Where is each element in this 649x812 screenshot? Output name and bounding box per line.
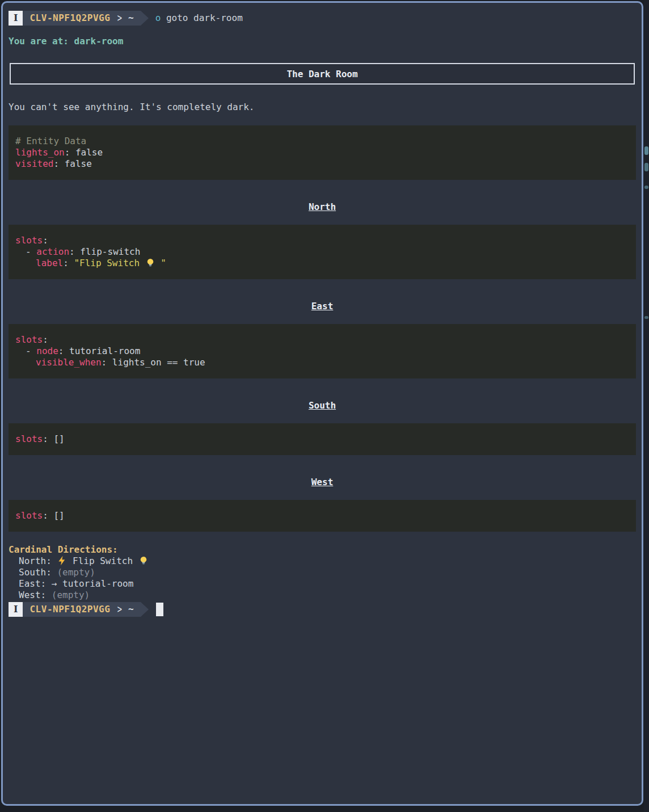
room-title-box: The Dark Room [10, 63, 635, 85]
yaml-sep: : [65, 147, 75, 158]
location-line: You are at: dark-room [9, 36, 636, 47]
direction-heading-east: East [9, 301, 636, 312]
yaml-value: [] [53, 510, 64, 521]
yaml-key: slots [15, 235, 43, 246]
direction-heading-south: South [9, 400, 636, 411]
yaml-key: slots [15, 510, 43, 521]
prompt-segment: CLV-NPF1Q2PVGG > ~ [23, 602, 140, 617]
yaml-dash: - [26, 346, 36, 356]
yaml-line: visible_when: lights_on == true [15, 357, 629, 368]
cardinal-heading: Cardinal Directions: [9, 544, 636, 556]
yaml-value: flip-switch [80, 246, 140, 257]
prompt-arrow-icon [141, 11, 149, 26]
yaml-string: "Flip Switch [74, 258, 145, 268]
cardinal-entry-north: North: Flip Switch [9, 556, 636, 567]
yaml-line: slots: [15, 235, 629, 246]
room-title: The Dark Room [286, 69, 357, 79]
yaml-sep: : [43, 434, 53, 444]
room-description: You can't see anything. It's completely … [9, 102, 636, 113]
yaml-key: slots [15, 334, 43, 345]
yaml-sep: : [43, 235, 48, 246]
yaml-sep: : [102, 357, 112, 368]
prompt-arrow-icon [141, 602, 149, 617]
cardinal-entry-south: South: (empty) [9, 567, 636, 578]
yaml-key: slots [15, 434, 43, 444]
yaml-sep: : [58, 346, 69, 356]
command-prefix: o [155, 12, 161, 23]
prompt-path: ~ [128, 11, 134, 24]
prompt-line-active[interactable]: I CLV-NPF1Q2PVGG > ~ [9, 602, 636, 617]
scroll-mark [644, 316, 648, 319]
scrollbar-track[interactable] [644, 0, 649, 812]
yaml-line: - action: flip-switch [15, 246, 629, 258]
yaml-sep: : [43, 510, 53, 521]
cardinal-value: (empty) [52, 590, 90, 600]
prompt-chevron-icon: > [117, 10, 122, 26]
yaml-line: label: "Flip Switch " [15, 258, 629, 269]
yaml-key: visible_when [36, 357, 102, 368]
cardinal-directions: Cardinal Directions: North: Flip Switch … [9, 544, 636, 601]
yaml-sep: : [53, 158, 64, 169]
cardinal-dir-label: East: [19, 578, 52, 589]
yaml-value: false [75, 147, 103, 158]
yaml-key: lights_on [15, 147, 65, 158]
prompt-chevron-icon: > [117, 601, 122, 617]
yaml-value: tutorial-room [69, 346, 140, 356]
cardinal-value: Flip Switch [67, 556, 138, 566]
cardinal-value: → tutorial-room [52, 578, 134, 589]
cardinal-dir-label: West: [19, 590, 52, 600]
light-bulb-icon [138, 556, 149, 566]
light-bulb-icon [145, 258, 155, 268]
mode-badge: I [9, 602, 23, 617]
command-body: goto dark-room [161, 12, 243, 23]
cardinal-entry-west: West: (empty) [9, 590, 636, 601]
slots-block-east: slots: - node: tutorial-room visible_whe… [9, 324, 636, 378]
yaml-comment: # Entity Data [15, 136, 629, 147]
terminal-cursor[interactable] [156, 603, 163, 616]
yaml-key: action [36, 246, 69, 257]
entity-field-row: visited: false [15, 158, 629, 170]
scroll-mark [644, 163, 648, 171]
direction-heading-north: North [9, 201, 636, 213]
yaml-sep: : [43, 334, 48, 345]
lightning-icon [57, 556, 67, 566]
yaml-value: [] [53, 434, 64, 444]
command-text: o goto dark-room [155, 12, 243, 24]
yaml-line: slots: [] [15, 510, 629, 521]
yaml-key: visited [15, 158, 53, 169]
session-id: CLV-NPF1Q2PVGG [30, 603, 110, 616]
direction-heading-west: West [9, 477, 636, 488]
slots-block-south: slots: [] [9, 423, 636, 455]
slots-block-west: slots: [] [9, 500, 636, 532]
yaml-key: node [36, 346, 58, 356]
cardinal-dir-label: North: [19, 556, 57, 566]
yaml-dash: - [26, 246, 36, 257]
yaml-line: slots: [15, 334, 629, 346]
yaml-value: lights_on == true [112, 357, 205, 368]
scroll-mark [644, 146, 648, 155]
mode-badge: I [9, 11, 23, 26]
session-id: CLV-NPF1Q2PVGG [30, 11, 110, 24]
yaml-sep: : [69, 246, 80, 257]
cardinal-dir-label: South: [19, 567, 57, 578]
slots-block-north: slots: - action: flip-switch label: "Fli… [9, 225, 636, 279]
scroll-mark [644, 186, 648, 189]
prompt-path: ~ [128, 603, 134, 616]
yaml-string: " [155, 258, 166, 268]
cardinal-entry-east: East: → tutorial-room [9, 578, 636, 590]
cardinal-value: (empty) [57, 567, 95, 578]
prompt-segment: CLV-NPF1Q2PVGG > ~ [23, 11, 140, 26]
yaml-sep: : [63, 258, 74, 268]
yaml-line: slots: [] [15, 434, 629, 445]
entity-field-row: lights_on: false [15, 147, 629, 158]
yaml-key: label [36, 258, 63, 268]
yaml-line: - node: tutorial-room [15, 346, 629, 357]
yaml-value: false [65, 158, 92, 169]
entity-data-block: # Entity Data lights_on: false visited: … [9, 125, 636, 180]
terminal-window: I CLV-NPF1Q2PVGG > ~ o goto dark-room Yo… [1, 1, 643, 806]
prompt-line-history: I CLV-NPF1Q2PVGG > ~ o goto dark-room [9, 11, 636, 26]
